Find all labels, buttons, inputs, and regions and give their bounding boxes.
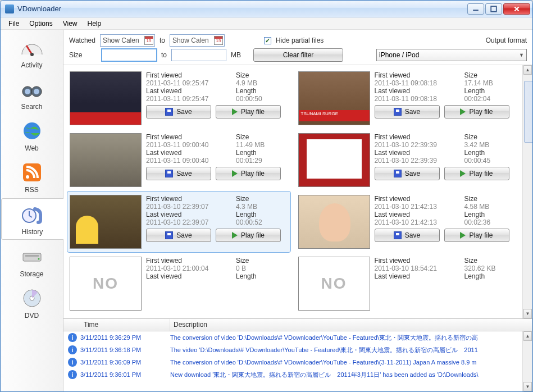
video-thumbnail xyxy=(70,71,142,125)
scroll-up-icon[interactable]: ▲ xyxy=(523,65,532,75)
video-thumbnail xyxy=(70,133,142,187)
scroll-down-icon[interactable]: ▼ xyxy=(523,309,532,318)
size-value: 4.9 MB xyxy=(236,79,281,87)
log-scrollbar[interactable]: ▲ ▼ xyxy=(522,331,532,391)
svg-point-6 xyxy=(24,122,40,139)
size-from-input[interactable] xyxy=(102,49,157,61)
log-col-time[interactable]: Time xyxy=(80,319,170,331)
scroll-down-icon[interactable]: ▼ xyxy=(523,382,532,391)
save-button[interactable]: Save xyxy=(375,229,440,242)
menu-help[interactable]: Help xyxy=(83,19,106,29)
last-viewed-label: Last viewed xyxy=(375,87,459,95)
menu-view[interactable]: View xyxy=(58,19,82,29)
svg-point-1 xyxy=(30,53,34,56)
play-button[interactable]: Play file xyxy=(216,229,281,242)
video-card[interactable]: First viewed Size 2011-03-11 09:25:47 4.… xyxy=(67,67,291,129)
sidebar-item-web[interactable]: Web xyxy=(1,115,63,156)
length-value: 00:02:36 xyxy=(464,218,509,226)
close-button[interactable] xyxy=(503,3,530,15)
video-thumbnail xyxy=(70,195,142,249)
svg-rect-0 xyxy=(491,6,496,12)
log-row[interactable]: i 3/11/2011 9:36:09 PM The conversion of… xyxy=(63,356,532,368)
video-card[interactable]: First viewed Size 2011-03-11 09:00:40 11… xyxy=(67,129,291,191)
video-card[interactable]: NO First viewed Size 2011-03-10 21:00:04… xyxy=(67,253,291,314)
video-info: First viewed Size 2011-03-10 21:42:13 4.… xyxy=(375,195,517,249)
play-icon xyxy=(232,232,238,239)
output-format-select[interactable]: iPhone / iPod▼ xyxy=(376,49,527,61)
log-desc: The video 'D:\Downloads\# VDownloader\Yo… xyxy=(170,346,532,354)
video-info: First viewed Size 2011-03-10 21:00:04 0 … xyxy=(146,257,288,311)
sidebar-item-storage[interactable]: Storage xyxy=(1,241,63,281)
save-button[interactable]: Save xyxy=(146,229,211,242)
scroll-thumb[interactable] xyxy=(524,81,532,143)
length-label: Length xyxy=(464,149,509,157)
log-desc: The conversion of video 'D:\Downloads\# … xyxy=(170,334,532,342)
svg-point-4 xyxy=(25,89,30,94)
last-viewed-label: Last viewed xyxy=(146,272,230,280)
sidebar-item-search[interactable]: Search xyxy=(1,74,63,114)
video-card[interactable]: First viewed Size 2011-03-10 21:42:13 4.… xyxy=(295,191,520,253)
play-button[interactable]: Play file xyxy=(216,167,281,180)
chevron-down-icon: ▼ xyxy=(519,52,524,58)
log-row[interactable]: i 3/11/2011 9:36:18 PM The video 'D:\Dow… xyxy=(63,344,532,356)
titlebar[interactable]: VDownloader xyxy=(1,1,532,17)
log-col-desc[interactable]: Description xyxy=(170,319,532,331)
watched-from-input[interactable]: Show Calen15 xyxy=(100,34,155,47)
first-viewed-label: First viewed xyxy=(375,133,459,141)
sidebar-item-history[interactable]: History xyxy=(1,198,63,240)
save-button[interactable]: Save xyxy=(375,105,440,118)
output-format-label: Output format xyxy=(486,37,527,44)
clear-filter-button[interactable]: Clear filter xyxy=(253,48,343,62)
watched-to-input[interactable]: Show Calen15 xyxy=(170,34,225,47)
save-button[interactable]: Save xyxy=(146,167,211,180)
sidebar-item-dvd[interactable]: DVD xyxy=(1,282,63,323)
log-time: 3/11/2011 9:36:09 PM xyxy=(80,359,170,366)
size-value: 11.49 MB xyxy=(236,141,281,149)
log-row[interactable]: i 3/11/2011 9:36:01 PM New download '東北・… xyxy=(63,368,532,381)
menu-options[interactable]: Options xyxy=(25,19,57,29)
scroll-up-icon[interactable]: ▲ xyxy=(523,331,532,341)
size-label: Size xyxy=(236,257,281,265)
play-button[interactable]: Play file xyxy=(444,229,509,242)
grid-scrollbar[interactable]: ▲ ▼ xyxy=(522,65,532,318)
last-viewed-value: 2011-03-11 09:08:18 xyxy=(375,95,459,103)
binoculars-icon xyxy=(19,78,45,101)
video-card[interactable]: First viewed Size 2011-03-10 22:39:39 3.… xyxy=(295,129,520,191)
svg-point-12 xyxy=(38,258,39,260)
play-button[interactable]: Play file xyxy=(444,167,509,180)
length-value: 00:02:04 xyxy=(464,95,509,103)
save-button[interactable]: Save xyxy=(146,105,211,118)
video-card[interactable]: NO First viewed Size 2011-03-10 18:54:21… xyxy=(295,253,520,314)
sidebar-item-rss[interactable]: RSS xyxy=(1,157,63,197)
sidebar-item-activity[interactable]: Activity xyxy=(1,32,63,72)
video-card[interactable]: First viewed Size 2011-03-11 09:08:18 17… xyxy=(295,67,520,129)
save-icon xyxy=(394,231,402,239)
video-card[interactable]: First viewed Size 2011-03-10 22:39:07 4.… xyxy=(67,191,291,253)
last-viewed-value: 2011-03-10 21:42:13 xyxy=(375,218,459,226)
calendar-icon[interactable]: 15 xyxy=(214,36,223,45)
first-viewed-value: 2011-03-11 09:00:40 xyxy=(146,141,230,149)
first-viewed-value: 2011-03-10 21:00:04 xyxy=(146,265,230,272)
info-icon: i xyxy=(68,358,77,367)
video-thumbnail: NO xyxy=(298,257,370,311)
play-button[interactable]: Play file xyxy=(444,105,509,118)
drive-icon xyxy=(19,245,45,268)
video-thumbnail xyxy=(298,71,370,125)
log-time: 3/11/2011 9:36:29 PM xyxy=(80,334,170,341)
save-button[interactable]: Save xyxy=(375,167,440,180)
video-thumbnail xyxy=(298,133,370,187)
length-label: Length xyxy=(464,272,509,280)
maximize-button[interactable] xyxy=(485,3,502,15)
size-to-input[interactable] xyxy=(171,49,226,61)
globe-icon xyxy=(19,120,45,142)
log-row[interactable]: i 3/11/2011 9:36:29 PM The conversion of… xyxy=(63,331,532,344)
minimize-button[interactable] xyxy=(467,3,484,15)
play-button[interactable]: Play file xyxy=(216,105,281,118)
video-thumbnail: NO xyxy=(70,257,142,311)
log-desc: The conversion of video 'D:\Downloads\# … xyxy=(170,359,532,366)
calendar-icon[interactable]: 15 xyxy=(144,36,153,45)
last-viewed-label: Last viewed xyxy=(375,272,459,280)
play-icon xyxy=(460,232,466,239)
hide-partial-checkbox[interactable]: ✓ xyxy=(264,37,271,44)
menu-file[interactable]: File xyxy=(4,19,24,29)
